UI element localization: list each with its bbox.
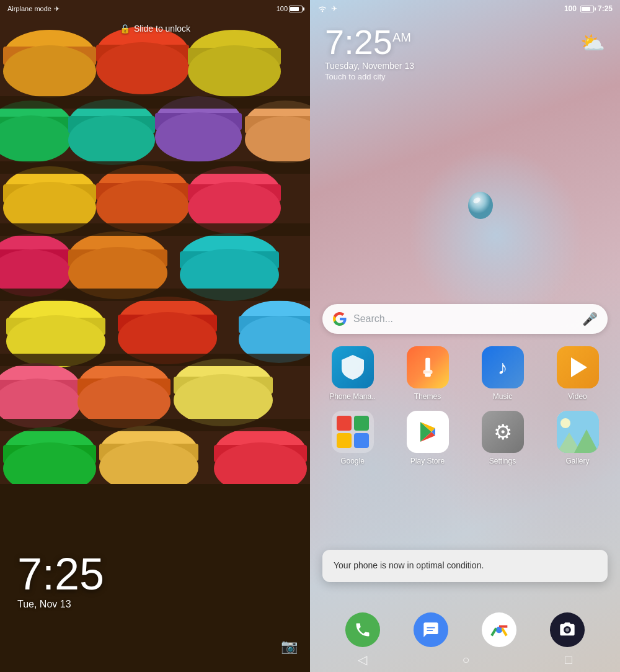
- airplane-mode-text: Airplane mode: [7, 5, 51, 12]
- lock-screen-camera-button[interactable]: 📷: [281, 638, 298, 655]
- music-icon: ♪: [482, 346, 524, 388]
- navigation-bar: ◁ ○ □: [310, 650, 620, 672]
- google-folder-icon: [332, 411, 374, 453]
- app-gallery[interactable]: Gallery: [541, 411, 614, 465]
- app-music[interactable]: ♪ Music: [466, 346, 539, 401]
- google-logo: [332, 311, 347, 326]
- music-note-icon: ♪: [498, 356, 508, 379]
- battery-icon-right: [580, 6, 594, 12]
- google-search-bar[interactable]: Search... 🎤: [322, 304, 608, 334]
- status-time-right: 7:25: [598, 4, 613, 13]
- toast-message: Your phone is now in optimal condition.: [334, 560, 484, 570]
- phone-manager-icon: [332, 346, 374, 388]
- google-folder-label: Google: [340, 457, 365, 465]
- svg-rect-68: [0, 161, 310, 174]
- svg-rect-71: [0, 354, 310, 366]
- shield-icon: [340, 354, 365, 381]
- svg-rect-70: [0, 289, 310, 301]
- lock-date: Tue, Nov 13: [17, 599, 104, 610]
- phone-manager-label: Phone Mana..: [329, 392, 376, 401]
- airplane-icon-right: ✈: [331, 4, 337, 13]
- svg-point-6: [96, 42, 189, 94]
- camera-icon: [559, 621, 576, 638]
- play-store-label: Play Store: [410, 457, 445, 465]
- toast-notification: Your phone is now in optimal condition.: [322, 550, 608, 582]
- water-drop-illustration: [462, 188, 499, 225]
- app-google-folder[interactable]: Google: [316, 411, 389, 465]
- camera-icon: 📷: [281, 638, 298, 654]
- back-button[interactable]: ◁: [358, 652, 367, 667]
- home-clock-city[interactable]: Touch to add city: [325, 72, 414, 81]
- video-icon: [557, 346, 599, 388]
- dock-messages[interactable]: [414, 612, 448, 647]
- svg-point-87: [560, 418, 570, 428]
- lock-icon: 🔒: [120, 24, 130, 34]
- lock-screen: Airplane mode ✈ 100 🔒 Slide to unlock 7:…: [0, 0, 310, 672]
- app-dock: [310, 612, 620, 647]
- video-label: Video: [568, 392, 587, 401]
- messages-icon: [422, 621, 440, 638]
- gallery-mountains-icon: [557, 411, 599, 453]
- dock-phone[interactable]: [345, 612, 380, 647]
- app-settings[interactable]: ⚙ Settings: [466, 411, 539, 465]
- lock-time: 7:25: [17, 552, 104, 596]
- svg-point-9: [188, 45, 281, 97]
- home-button[interactable]: ○: [462, 653, 469, 667]
- lock-time-display: 7:25 Tue, Nov 13: [17, 552, 104, 610]
- svg-point-90: [497, 627, 502, 632]
- battery-level-right: 100: [564, 4, 577, 13]
- themes-icon: [407, 346, 449, 388]
- dock-chrome[interactable]: [482, 612, 516, 647]
- play-store-logo: [415, 419, 440, 444]
- themes-label: Themes: [414, 392, 441, 401]
- google-folder-dot-2: [354, 416, 369, 431]
- play-store-icon: [407, 411, 449, 453]
- gallery-label: Gallery: [565, 457, 589, 465]
- status-right-indicators: ✈: [317, 4, 337, 13]
- gear-icon: ⚙: [494, 419, 512, 444]
- svg-point-91: [565, 628, 569, 632]
- svg-point-3: [3, 45, 96, 97]
- battery-fill-right: [582, 7, 590, 11]
- svg-point-18: [155, 112, 242, 162]
- app-themes[interactable]: Themes: [391, 346, 464, 401]
- google-folder-dot-1: [337, 416, 352, 431]
- chrome-icon: [489, 620, 509, 640]
- clock-widget: 7:25AM Tuesday, November 13 Touch to add…: [325, 25, 414, 81]
- search-placeholder: Search...: [347, 313, 582, 325]
- svg-point-57: [174, 374, 273, 426]
- phone-icon: [354, 621, 371, 638]
- weather-widget[interactable]: ⛅: [580, 31, 605, 55]
- svg-rect-72: [0, 419, 310, 431]
- gallery-icon: [557, 411, 599, 453]
- airplane-icon: ✈: [54, 5, 60, 13]
- wifi-icon: [317, 4, 327, 13]
- settings-icon: ⚙: [482, 411, 524, 453]
- slide-to-unlock[interactable]: 🔒 Slide to unlock: [120, 24, 190, 34]
- battery-fill-left: [290, 7, 299, 11]
- recent-apps-button[interactable]: □: [565, 653, 572, 667]
- google-folder-dot-4: [354, 433, 369, 448]
- microphone-icon[interactable]: 🎤: [582, 311, 598, 326]
- paint-brush-icon: [416, 356, 440, 379]
- slide-unlock-text: Slide to unlock: [134, 24, 190, 34]
- svg-rect-78: [425, 374, 431, 377]
- status-bar-left: Airplane mode ✈ 100: [0, 0, 310, 17]
- svg-rect-69: [0, 223, 310, 236]
- home-clock-time: 7:25AM: [325, 25, 414, 60]
- svg-point-15: [68, 115, 155, 165]
- app-play-store[interactable]: Play Store: [391, 411, 464, 465]
- svg-point-74: [468, 192, 493, 219]
- dock-camera[interactable]: [550, 612, 585, 647]
- app-video[interactable]: Video: [541, 346, 614, 401]
- google-folder-dot-3: [337, 433, 352, 448]
- weather-icon: ⛅: [580, 32, 605, 54]
- play-button-icon: [571, 357, 587, 377]
- battery-level-left: 100: [277, 5, 288, 12]
- status-bar-right-info: 100 7:25: [564, 4, 613, 13]
- music-label: Music: [493, 392, 512, 401]
- home-clock-date: Tuesday, November 13: [325, 61, 414, 71]
- settings-label: Settings: [489, 457, 516, 465]
- app-phone-manager[interactable]: Phone Mana..: [316, 346, 389, 401]
- app-grid: Phone Mana.. Themes ♪ Music Video: [310, 346, 620, 465]
